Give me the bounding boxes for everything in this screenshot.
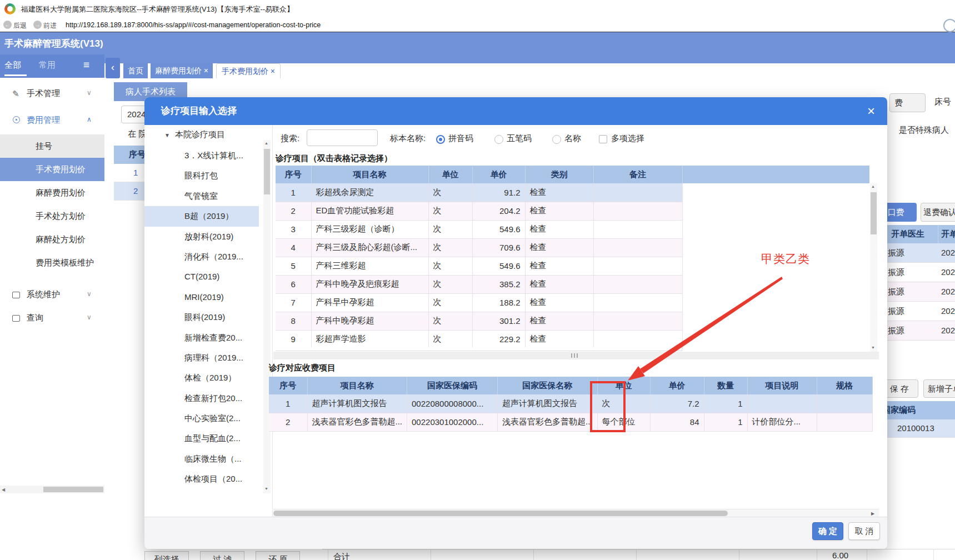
tab-surgery-pricing[interactable]: 手术费用划价 × (216, 63, 281, 78)
tree-item[interactable]: CT(2019) (144, 267, 259, 287)
sidebar-submenu-item[interactable]: 费用类模板维护 (0, 251, 104, 274)
scroll-down-icon[interactable]: ▼ (871, 346, 875, 349)
charge-item-row[interactable]: 1超声计算机图文报告00220800008000...超声计算机图文报告 次7.… (269, 394, 872, 413)
scroll-up-icon[interactable]: ▲ (871, 184, 875, 188)
refund-confirm-button[interactable]: 退费确认 (921, 203, 955, 222)
ok-button[interactable]: 确 定 (812, 522, 843, 540)
back-label[interactable]: 后退 (13, 21, 27, 31)
refresh-icon[interactable] (943, 19, 955, 32)
orders-row[interactable]: 振源2024- (887, 243, 955, 263)
scroll-up-icon[interactable]: ▲ (264, 141, 268, 145)
bottom-toolbar-button[interactable]: 过 滤 (200, 551, 244, 560)
col-header-seq[interactable]: 序号 (269, 377, 307, 394)
scrollbar-thumb[interactable] (264, 149, 270, 194)
orders-row[interactable]: 振源2024- (887, 302, 955, 321)
sidebar-item-system-maint[interactable]: 系统维护 ∨ (0, 283, 104, 307)
orders-row[interactable]: 振源2024- (887, 263, 955, 282)
tree-item[interactable]: 病理科（2019... (144, 348, 259, 368)
forward-icon[interactable]: → (33, 21, 42, 29)
tree-root-node[interactable]: ▼本院诊疗项目 (164, 129, 225, 140)
col-header-unit[interactable]: 单位 (428, 166, 472, 183)
radio-wubi-label[interactable]: 五笔码 (507, 133, 532, 144)
national-code-value[interactable]: 20100013 (882, 419, 955, 438)
total-value: 6.00 (832, 551, 848, 560)
multi-select-label[interactable]: 多项选择 (611, 133, 644, 144)
splitter-grip-icon[interactable] (571, 353, 572, 358)
treatment-item-row[interactable]: 2ED血管功能试验彩超次 204.2检查 (276, 202, 682, 220)
scroll-right-icon[interactable]: ▶ (871, 511, 874, 516)
sidebar-item-query[interactable]: 查询 ∨ (0, 307, 104, 330)
sidebar-item-fee-mgmt[interactable]: 费用管理 ∧ (0, 109, 104, 132)
col-header-price[interactable]: 单价 (472, 166, 525, 183)
tree-item[interactable]: 放射科(2019) (144, 227, 259, 247)
sidebar-submenu-item[interactable]: 挂号 (0, 134, 104, 158)
multi-select-checkbox[interactable] (599, 135, 607, 143)
tree-item[interactable]: 体检（2019） (144, 368, 259, 388)
bottom-toolbar-button[interactable]: 还 原 (256, 551, 300, 560)
tree-item[interactable]: 体检项目（20... (144, 469, 259, 489)
cancel-button[interactable]: 取 消 (848, 522, 880, 540)
close-icon[interactable]: × (860, 102, 882, 121)
tree-scrollbar[interactable]: ▲ ▼ (263, 140, 271, 493)
tree-item[interactable]: MRI(2019) (144, 287, 259, 307)
lower-horizontal-scrollbar[interactable]: ▶ (273, 509, 879, 517)
sidebar-item-surgery-mgmt[interactable]: ✎ 手术管理 ∨ (0, 82, 104, 106)
tree-item[interactable]: 眼科打包 (144, 166, 259, 186)
col-header-remark[interactable]: 备注 (593, 166, 682, 183)
orders-row[interactable]: 振源2024- (887, 321, 955, 341)
radio-pinyin-label[interactable]: 拼音码 (448, 133, 473, 144)
sidebar-horizontal-scrollbar[interactable]: ◀ (0, 486, 104, 493)
scrollbar-thumb[interactable] (43, 487, 103, 492)
search-input[interactable] (307, 129, 378, 146)
col-header-spec[interactable]: 规格 (817, 377, 872, 394)
radio-name-label[interactable]: 名称 (564, 133, 581, 144)
tree-item[interactable]: 临床微生物（... (144, 449, 259, 469)
tree-expand-icon[interactable]: ▼ (164, 132, 170, 138)
tab-home[interactable]: 首页 (123, 63, 148, 78)
radio-pinyin[interactable] (436, 135, 445, 144)
sidebar-submenu-item[interactable]: 麻醉费用划价 (0, 181, 104, 204)
col-header-item-name[interactable]: 项目名称 (311, 166, 428, 183)
sidebar-tab-all[interactable]: 全部 (4, 60, 21, 71)
tree-item[interactable]: 中心实验室(2... (144, 408, 259, 428)
forward-label[interactable]: 前进 (43, 21, 57, 31)
radio-wubi[interactable] (494, 135, 503, 144)
back-icon[interactable]: ← (3, 21, 12, 29)
sidebar-submenu-item[interactable]: 麻醉处方划价 (0, 228, 104, 251)
scrollbar-thumb[interactable] (273, 511, 728, 516)
charge-item-row[interactable]: 2浅表器官彩色多普勒超...00220301002000...浅表器官彩色多普勒… (269, 413, 872, 431)
tree-item[interactable]: 眼科(2019) (144, 307, 259, 327)
col-header-insurance-code[interactable]: 国家医保编码 (407, 377, 498, 394)
col-header-item-name[interactable]: 项目名称 (307, 377, 407, 394)
tree-item[interactable]: 血型与配血(2... (144, 428, 259, 448)
scrollbar-thumb[interactable] (871, 192, 877, 234)
sidebar-submenu-item[interactable]: 手术费用划价 (0, 158, 104, 181)
tab-scroll-left-button[interactable]: ‹ (106, 58, 120, 78)
col-header-seq[interactable]: 序号 (276, 166, 311, 183)
sidebar-submenu-item[interactable]: 手术处方划价 (0, 204, 104, 228)
sidebar-submenu: 挂号手术费用划价麻醉费用划价手术处方划价麻醉处方划价费用类模板维护 (0, 134, 104, 274)
radio-name[interactable] (552, 135, 561, 144)
col-header-category[interactable]: 类别 (525, 166, 593, 183)
fee-button-fragment[interactable]: 费 (889, 93, 926, 112)
treatment-item-row[interactable]: 1彩超残余尿测定次 91.2检查 (276, 183, 682, 202)
url-field[interactable]: http://192.168.189.187:8000/his-ss/app/#… (66, 21, 321, 29)
col-header-insurance-name[interactable]: 国家医保名称 (498, 377, 598, 394)
scroll-down-icon[interactable]: ▼ (264, 487, 268, 491)
upper-table-scrollbar[interactable]: ▲ ▼ (870, 183, 877, 352)
bottom-toolbar-button[interactable]: 列选择 (144, 551, 189, 560)
sidebar-tab-common[interactable]: 常用 (39, 60, 56, 71)
tab-anesthesia-pricing[interactable]: 麻醉费用划价 × (151, 63, 213, 78)
collapse-sidebar-icon[interactable]: ≡ (83, 59, 89, 71)
tree-item[interactable]: 检查新打包20... (144, 388, 259, 408)
tree-item[interactable]: 气管镜室 (144, 186, 259, 206)
treatment-item-row[interactable]: 4产科三级及胎心彩超(诊断...次 709.6检查 (276, 238, 682, 257)
orders-row[interactable]: 振源2024- (887, 282, 955, 302)
treatment-item-row[interactable]: 3产科三级彩超（诊断）次 549.6检查 (276, 220, 682, 238)
tree-item[interactable]: B超（2019） (144, 206, 259, 226)
tree-item[interactable]: 新增检查费20... (144, 328, 259, 348)
scroll-left-icon[interactable]: ◀ (2, 487, 5, 492)
tree-item[interactable]: 消化科（2019... (144, 247, 259, 267)
add-child-order-button[interactable]: 新增子单 (923, 379, 955, 398)
tree-item[interactable]: 3．X线计算机... (144, 146, 259, 166)
